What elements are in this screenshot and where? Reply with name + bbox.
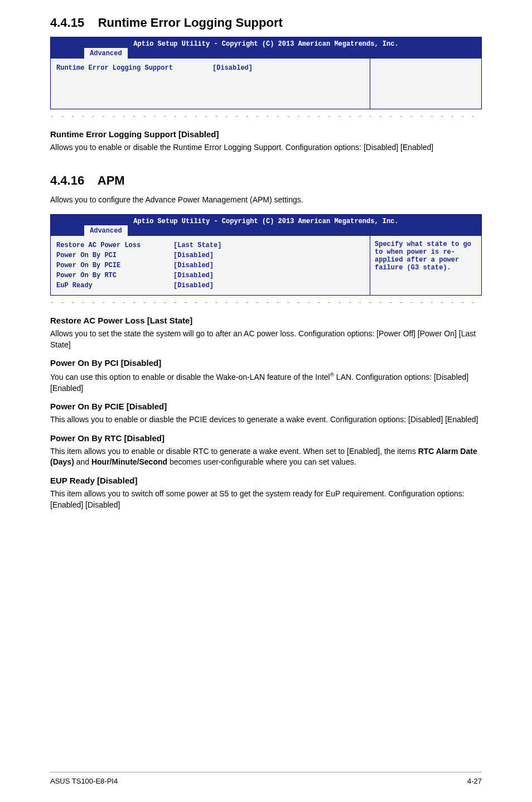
page-footer: ASUS TS100-E8-PI4 4-27 [50,772,482,785]
bios-left-1: Runtime Error Logging Support [Disabled] [51,59,370,109]
bios-panel-1: Aptio Setup Utility - Copyright (C) 2013… [50,37,482,109]
section-intro-2: Allows you to configure the Advance Powe… [50,195,482,206]
bios-row-value: [Last State] [173,240,221,250]
bios-row-label: Power On By PCIE [56,260,173,270]
bios-header-1: Aptio Setup Utility - Copyright (C) 2013… [51,37,481,59]
bios-row-value: [Disabled] [173,281,214,291]
footer-page-number: 4-27 [467,777,482,785]
bios-header-2: Aptio Setup Utility - Copyright (C) 2013… [51,215,481,236]
bios-row-label: EuP Ready [56,281,173,291]
bios-dashes-2: - - - - - - - - - - - - - - - - - - - - … [50,299,482,307]
bios-row: Power On By PCI [Disabled] [56,250,364,260]
bios-header-title-2: Aptio Setup Utility - Copyright (C) 2013… [55,217,477,226]
section-title-1: Runtime Error Logging Support [98,16,283,30]
section-number-2: 4.4.16 [50,173,84,187]
bios-dashes-1: - - - - - - - - - - - - - - - - - - - - … [50,113,482,120]
bios-row-value: [Disabled] [173,270,214,281]
bios-row-label: Power On By PCI [56,250,173,260]
section-title-2: APM [98,173,125,187]
sub-heading: EUP Ready [Disabled] [50,476,482,485]
bios-row-label: Restore AC Power Loss [56,240,173,250]
sub-para: This allows you to enable or diasble the… [50,414,482,426]
bios-panel-2: Aptio Setup Utility - Copyright (C) 2013… [50,214,482,296]
sub-para: You can use this option to enable or dis… [50,371,482,394]
bios-body-1: Runtime Error Logging Support [Disabled] [51,59,481,109]
bios-help-1 [370,59,481,109]
bios-tab-2: Advanced [84,225,128,236]
sub-para: This item allows you to enable or disabl… [50,446,482,468]
bios-row-label: Power On By RTC [56,270,173,281]
bios-help-2: Specify what state to go to when power i… [370,236,481,295]
sub-heading: Power On By PCIE [Disabled] [50,402,482,411]
sub-heading: Power On By RTC [Disabled] [50,433,482,443]
bios-row: Runtime Error Logging Support [Disabled] [56,63,364,73]
sub-para: Allows you to set the state the system w… [50,328,482,350]
bios-row: Power On By RTC [Disabled] [56,270,364,281]
section-number-1: 4.4.15 [50,16,84,30]
bios-row: EuP Ready [Disabled] [56,281,364,291]
footer-product: ASUS TS100-E8-PI4 [50,777,118,785]
section-heading-1: 4.4.15 Runtime Error Logging Support [50,16,482,30]
bios-row-value: [Disabled] [212,63,253,73]
bios-row-value: [Disabled] [173,260,214,270]
bios-row: Restore AC Power Loss [Last State] [56,240,364,250]
bios-row: Power On By PCIE [Disabled] [56,260,364,270]
sub-para: Allows you to enable or disable the Runt… [50,142,482,153]
sub-heading: Restore AC Power Loss [Last State] [50,316,482,325]
sub-heading: Runtime Error Logging Support [Disabled] [50,129,482,139]
bios-left-2: Restore AC Power Loss [Last State] Power… [51,236,370,295]
sub-heading: Power On By PCI [Disabled] [50,358,482,368]
bios-body-2: Restore AC Power Loss [Last State] Power… [51,236,481,295]
bios-row-label: Runtime Error Logging Support [56,63,212,73]
bios-row-value: [Disabled] [173,250,214,260]
bios-header-title-1: Aptio Setup Utility - Copyright (C) 2013… [55,40,477,49]
bios-tab-1: Advanced [84,48,128,59]
section-heading-2: 4.4.16 APM [50,173,482,188]
sub-para: This item allows you to switch off some … [50,489,482,510]
